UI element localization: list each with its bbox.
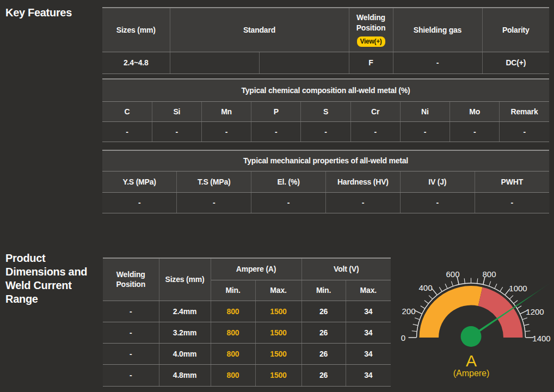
svg-text:1000: 1000 (509, 284, 527, 293)
svg-text:(Ampere): (Ampere) (453, 369, 490, 378)
svg-text:800: 800 (482, 270, 496, 279)
svg-text:1400: 1400 (532, 334, 550, 343)
svg-text:A: A (466, 352, 477, 370)
svg-text:0: 0 (401, 333, 405, 342)
svg-text:600: 600 (446, 270, 459, 279)
svg-text:1200: 1200 (526, 307, 544, 316)
svg-text:200: 200 (402, 307, 415, 316)
svg-text:400: 400 (418, 283, 432, 292)
